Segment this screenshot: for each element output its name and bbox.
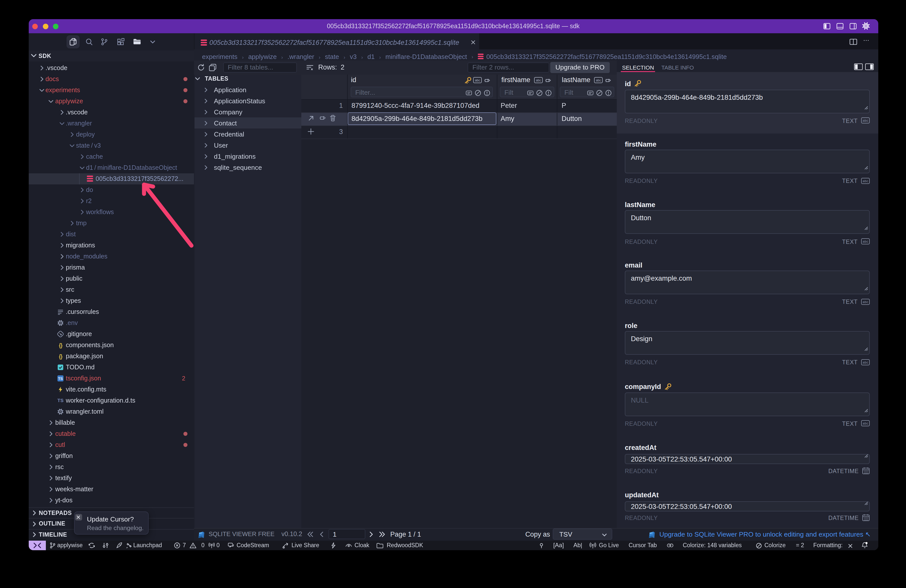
svg-text:abc: abc [863, 179, 868, 183]
svg-text:abc: abc [863, 119, 868, 123]
svg-text:abc: abc [863, 240, 868, 243]
svg-text:TS: TS [58, 376, 63, 381]
svg-text:abc: abc [863, 300, 868, 304]
svg-text:abc: abc [475, 78, 480, 82]
svg-text:abc: abc [536, 78, 541, 82]
svg-text:abc: abc [863, 421, 868, 425]
svg-text:abc: abc [596, 78, 601, 82]
svg-text:abc: abc [863, 360, 868, 364]
